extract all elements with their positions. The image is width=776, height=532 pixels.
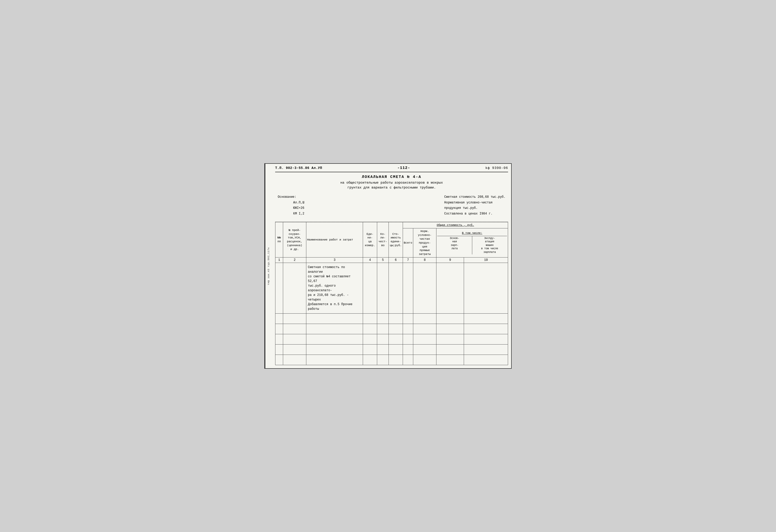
empty-row-5	[275, 355, 508, 365]
col8-header: Норм.условно-чистаяпродук-цияпрямыезатра…	[413, 228, 436, 258]
empty-row-3	[275, 334, 508, 344]
row-col4	[363, 263, 377, 314]
row-col3: Сметная стоимость по аналогии со сметой …	[306, 263, 363, 314]
col-num-5: 5	[377, 258, 389, 263]
col2-header: № прей-скуран-тов,УСН,расценок,(ценника)…	[283, 222, 306, 258]
row-col7	[403, 263, 413, 314]
row-col10	[464, 263, 508, 314]
table-wrapper: №№пп № прей-скуран-тов,УСН,расценок,(цен…	[275, 222, 508, 365]
col6-header: Сто-имостьедини-цы;руб.	[389, 222, 403, 258]
col-num-1: 1	[275, 258, 283, 263]
top-header: Т.П. 902-3-55.86 Ал.УП -112- kф 9390-06	[275, 166, 508, 172]
info-right-line2: Нормативная условно-чистая	[444, 201, 492, 205]
col-num-6: 6	[389, 258, 403, 263]
table-header-row1: №№пп № прей-скуран-тов,УСН,расценок,(цен…	[275, 222, 508, 228]
title-sub-line2: грунтах для варианта с фильтросными труб…	[275, 185, 508, 190]
col7-sub-header: Всего	[403, 228, 413, 258]
info-left-label: Основание:	[278, 195, 296, 199]
main-table: №№пп № прей-скуран-тов,УСН,расценок,(цен…	[275, 222, 508, 365]
col7-group-header: Общая стоимость , руб.	[403, 222, 508, 228]
header-center: -112-	[397, 166, 410, 170]
col-num-8: 8	[413, 258, 436, 263]
col-num-7: 7	[403, 258, 413, 263]
row-col1	[275, 263, 283, 314]
header-right: kф 9390-06	[486, 166, 508, 170]
table-row: Сметная стоимость по аналогии со сметой …	[275, 263, 508, 314]
info-left-line1: Ал.П,Ш	[293, 201, 304, 205]
empty-row-1	[275, 314, 508, 324]
col1-header: №№пп	[275, 222, 283, 258]
col-num-9: 9	[436, 258, 464, 263]
info-left-line2: ЮЖI+26	[293, 206, 304, 210]
column-number-row: 1 2 3 4 5 6 7 8 9 10	[275, 258, 508, 263]
col-num-2: 2	[283, 258, 306, 263]
empty-row-4	[275, 344, 508, 355]
col-num-10: 10	[464, 258, 508, 263]
title-main: ЛОКАЛЬНАЯ СМЕТА № 4-А	[275, 175, 508, 179]
row-col9	[436, 263, 464, 314]
col4-header: Еди-ни-цаизмер.	[363, 222, 377, 258]
row-col6	[389, 263, 403, 314]
side-stamp: тяф зак.43 тур.502,117к	[265, 164, 272, 368]
col3-header: Наименование работ и затрат	[306, 222, 363, 258]
row-col2	[283, 263, 306, 314]
info-left-line3: КМ I,2	[293, 212, 304, 216]
info-right-line4: Составлена в ценах I984 г.	[444, 212, 492, 216]
title-section: ЛОКАЛЬНАЯ СМЕТА № 4-А на общестроительны…	[275, 175, 508, 190]
info-left: Основание: Ал.П,Ш ЮЖI+26 КМ I,2	[278, 195, 304, 217]
info-right-line3: продукция тыс.руб.	[444, 206, 478, 210]
info-right-line1: Сметная стоимость 208,68 тыс.руб.	[444, 195, 506, 199]
info-section: Основание: Ал.П,Ш ЮЖI+26 КМ I,2 Сметная …	[275, 195, 508, 217]
col-num-3: 3	[306, 258, 363, 263]
row-col8	[413, 263, 436, 314]
col9-group-header: В том числе: Основ-наязарп-лата Экспду-а…	[436, 228, 508, 258]
info-right: Сметная стоимость 208,68 тыс.руб. Нормат…	[444, 195, 506, 217]
document-page: тяф зак.43 тур.502,117к Т.П. 902-3-55.86…	[264, 163, 512, 369]
title-sub-line1: на общестроительные работы аэроакселатор…	[275, 180, 508, 186]
col5-header: Ко-ли-чест-во	[377, 222, 389, 258]
empty-row-2	[275, 324, 508, 334]
header-left: Т.П. 902-3-55.86 Ал.УП	[275, 166, 322, 170]
row-col5	[377, 263, 389, 314]
col-num-4: 4	[363, 258, 377, 263]
